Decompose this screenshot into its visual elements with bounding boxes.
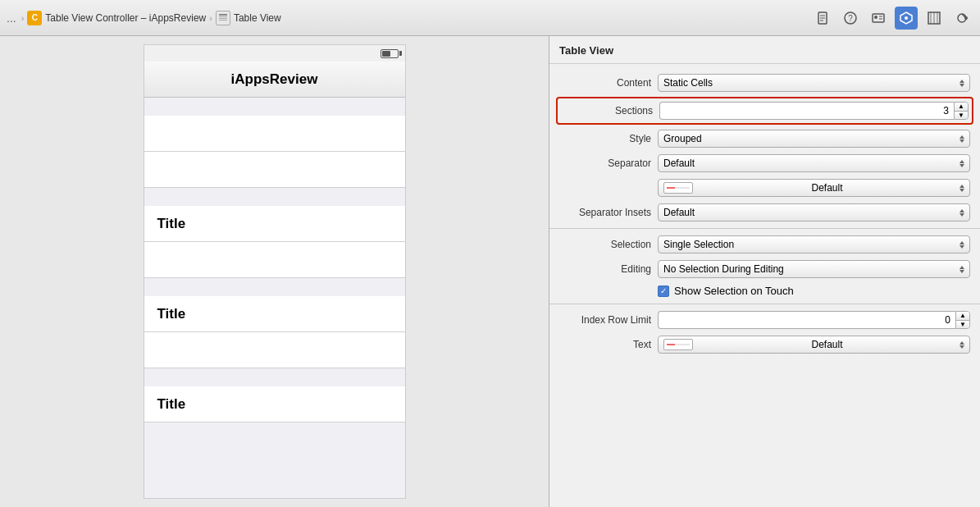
stepper-up[interactable]: ▲ [955, 103, 968, 112]
sections-input[interactable]: 3 [659, 102, 954, 120]
separator-color-row: Default [549, 176, 980, 200]
selection-arrow [959, 241, 964, 249]
section-header-2 [144, 188, 405, 206]
toolbar-icons: ? [811, 7, 973, 30]
nav-bar: iAppsReview [144, 62, 405, 98]
top-bar: ... › C Table View Controller – iAppsRev… [0, 0, 980, 36]
quick-help-icon[interactable]: ? [839, 7, 862, 30]
table-section-4: Title [144, 368, 405, 422]
content-select-arrow [959, 80, 964, 87]
show-selection-checkbox[interactable]: ✓ [658, 285, 669, 297]
style-arrow [959, 135, 964, 143]
separator-select[interactable]: Default [658, 154, 970, 172]
inspector-panel: Table View Content Static Cells [549, 36, 980, 507]
text-row: Text Default [549, 332, 980, 357]
style-value: Grouped [663, 133, 702, 144]
editing-select[interactable]: No Selection During Editing [658, 260, 970, 278]
separator-row: Separator Default [549, 151, 980, 176]
table-cell-empty [144, 152, 405, 188]
svg-rect-10 [873, 14, 884, 22]
simulator-panel: iAppsReview Title Tit [0, 36, 549, 507]
checkbox-check: ✓ [660, 287, 667, 295]
editing-row: Editing No Selection During Editing [549, 257, 980, 281]
table-icon [216, 11, 230, 25]
style-select[interactable]: Grouped [658, 130, 970, 148]
content-select[interactable]: Static Cells [658, 74, 970, 92]
breadcrumb-dots: ... [7, 11, 16, 25]
table-cell-empty [144, 116, 405, 152]
editing-label: Editing [559, 263, 658, 275]
inspector-header: Table View [549, 36, 980, 64]
separator-insets-row: Separator Insets Default [549, 200, 980, 225]
index-row-limit-control: 0 ▲ ▼ [658, 311, 970, 329]
editing-arrow [959, 266, 964, 273]
selection-label: Selection [559, 239, 658, 250]
index-stepper-up[interactable]: ▲ [956, 312, 969, 321]
sections-control: 3 ▲ ▼ [659, 102, 969, 120]
editing-value: No Selection During Editing [663, 263, 784, 275]
stepper-down[interactable]: ▼ [955, 112, 968, 120]
main-content: iAppsReview Title Tit [0, 36, 980, 507]
file-inspector-icon[interactable] [811, 7, 834, 30]
text-control: Default [658, 336, 970, 354]
nav-title: iAppsReview [231, 71, 318, 88]
content-value: Static Cells [663, 77, 713, 89]
index-row-limit-stepper[interactable]: ▲ ▼ [955, 311, 970, 329]
sections-stepper[interactable]: ▲ ▼ [954, 102, 969, 120]
separator-insets-select[interactable]: Default [658, 203, 970, 222]
svg-rect-2 [219, 18, 227, 19]
selection-select[interactable]: Single Selection [658, 235, 970, 254]
text-label: Text [559, 339, 658, 350]
breadcrumb-sep2: › [209, 13, 212, 23]
index-row-limit-label: Index Row Limit [559, 314, 658, 326]
identity-icon[interactable] [867, 7, 890, 30]
table-cell-title-1: Title [144, 206, 405, 242]
separator-insets-arrow [959, 209, 964, 217]
sections-label: Sections [561, 105, 659, 116]
table-section-1 [144, 98, 405, 188]
divider-1 [549, 228, 980, 229]
index-row-limit-input[interactable]: 0 [658, 311, 955, 329]
separator-color-select[interactable]: Default [658, 179, 970, 197]
breadcrumb-tableview[interactable]: Table View [234, 12, 281, 24]
table-cell-empty [144, 242, 405, 278]
table-section-3: Title [144, 278, 405, 368]
separator-label: Separator [559, 158, 658, 169]
phone-frame: iAppsReview Title Tit [144, 44, 406, 499]
inspector-body: Content Static Cells Sections [549, 64, 980, 507]
table-cell-title-3: Title [144, 386, 405, 422]
controller-icon: C [27, 11, 42, 25]
style-row: Style Grouped [549, 126, 980, 151]
content-control: Static Cells [658, 74, 970, 92]
selection-row: Selection Single Selection [549, 232, 980, 257]
sections-row-wrapper: Sections 3 ▲ ▼ [556, 97, 973, 125]
index-stepper-down[interactable]: ▼ [956, 321, 969, 329]
svg-rect-3 [219, 20, 227, 21]
text-value: Default [811, 339, 842, 350]
separator-color-arrow [959, 185, 964, 192]
attributes-icon[interactable] [895, 7, 918, 30]
table-section-2: Title [144, 188, 405, 278]
status-bar [144, 45, 405, 62]
selection-control: Single Selection [658, 235, 970, 254]
separator-color-control: Default [658, 179, 970, 197]
separator-line-preview [663, 182, 693, 194]
table-view-content: Title Title Title [144, 98, 405, 498]
size-inspector-icon[interactable] [923, 7, 946, 30]
show-selection-row: ✓ Show Selection on Touch [549, 281, 980, 300]
selection-value: Single Selection [663, 239, 734, 250]
content-row: Content Static Cells [549, 71, 980, 95]
text-line-preview [663, 339, 693, 350]
breadcrumb-controller[interactable]: Table View Controller – iAppsReview [45, 12, 206, 24]
connections-icon[interactable] [950, 7, 973, 30]
separator-insets-control: Default [658, 203, 970, 222]
separator-arrow [959, 160, 964, 167]
table-cell-title-2: Title [144, 296, 405, 332]
separator-insets-label: Separator Insets [559, 207, 658, 218]
section-header-1 [144, 98, 405, 116]
text-select[interactable]: Default [658, 336, 970, 354]
separator-insets-value: Default [663, 207, 695, 218]
svg-text:?: ? [848, 14, 853, 23]
style-control: Grouped [658, 130, 970, 148]
section-header-3 [144, 278, 405, 296]
